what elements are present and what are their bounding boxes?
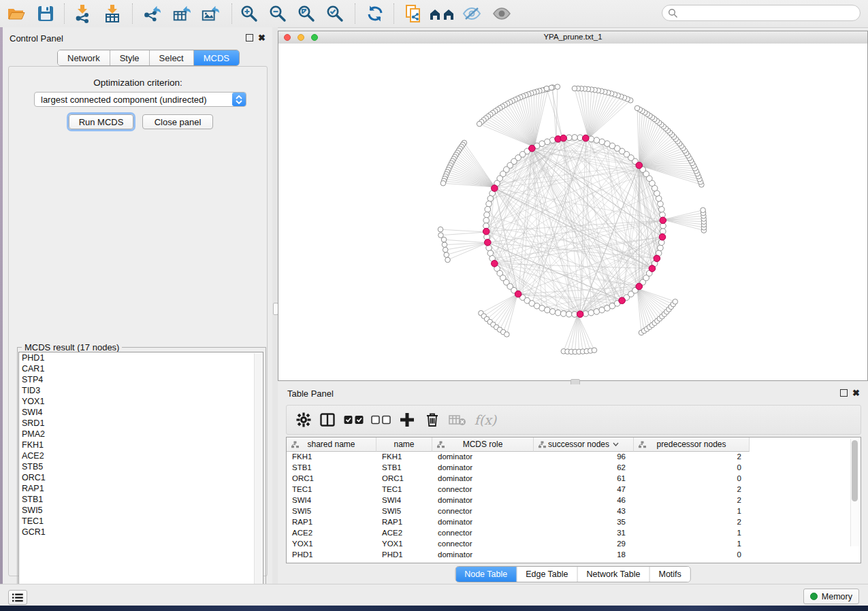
tab-network-table[interactable]: Network Table	[578, 567, 650, 582]
zoom-in-icon[interactable]	[239, 4, 259, 23]
table-row[interactable]: ORC1ORC1dominator610	[287, 474, 861, 484]
tab-style[interactable]: Style	[110, 50, 150, 65]
table-options-gear-icon[interactable]	[295, 409, 312, 431]
delete-table-icon[interactable]	[447, 409, 468, 431]
duplicate-network-icon[interactable]	[403, 4, 423, 23]
close-panel-icon[interactable]: ✖	[258, 34, 266, 42]
zoom-fit-icon[interactable]	[296, 4, 317, 23]
zoom-out-icon[interactable]	[268, 4, 288, 23]
result-item[interactable]: STB1	[19, 494, 263, 505]
tab-network[interactable]: Network	[58, 50, 110, 65]
node-table: shared namenameMCDS rolesuccessor nodesp…	[286, 437, 861, 563]
result-item[interactable]: ACE2	[19, 450, 263, 461]
network-graph[interactable]	[278, 44, 867, 380]
result-item[interactable]: SRD1	[19, 418, 263, 429]
scrollbar-thumb[interactable]	[852, 440, 858, 501]
mcds-tab-content: Optimization criterion: largest connecte…	[8, 66, 268, 576]
column-header-predecessor-nodes[interactable]: predecessor nodes	[634, 437, 750, 452]
refresh-layout-icon[interactable]	[365, 4, 385, 23]
network-canvas[interactable]	[278, 44, 867, 380]
table-scrollbar[interactable]	[850, 439, 859, 546]
column-header-successor-nodes[interactable]: successor nodes	[534, 437, 634, 452]
zoom-selected-icon[interactable]	[325, 4, 345, 23]
result-item[interactable]: PMA2	[19, 429, 263, 440]
column-header-shared-name[interactable]: shared name	[287, 437, 376, 452]
tab-mcds[interactable]: MCDS	[194, 50, 239, 65]
vertical-splitter[interactable]	[272, 27, 278, 584]
cell: connector	[432, 539, 534, 550]
network-titlebar[interactable]: YPA_prune.txt_1	[278, 31, 867, 44]
memory-button[interactable]: Memory	[803, 589, 859, 604]
cell: 0	[634, 550, 750, 561]
result-item[interactable]: SWI5	[19, 505, 263, 516]
show-all-icon[interactable]	[492, 4, 512, 23]
result-item[interactable]: TID3	[19, 385, 263, 396]
table-panel: Table Panel ✖	[278, 384, 868, 584]
column-browser-icon[interactable]	[318, 409, 337, 431]
table-row[interactable]: RAP1RAP1dominator352	[287, 517, 861, 528]
tab-edge-table[interactable]: Edge Table	[517, 567, 577, 582]
result-list-scrollbar[interactable]	[254, 353, 262, 592]
column-header-name[interactable]: name	[376, 437, 432, 452]
table-row[interactable]: PHD1PHD1dominator180	[287, 550, 861, 561]
criterion-dropdown[interactable]: largest connected component (undirected)	[34, 92, 246, 107]
float-panel-icon[interactable]	[840, 389, 848, 397]
result-item[interactable]: YOX1	[19, 396, 263, 407]
export-network-icon[interactable]	[142, 4, 162, 23]
tab-motifs[interactable]: Motifs	[649, 567, 690, 582]
function-builder-icon[interactable]: f(x)	[472, 409, 499, 431]
close-panel-icon[interactable]: ✖	[852, 389, 860, 397]
hide-selected-icon[interactable]	[462, 4, 482, 23]
table-header-row: shared namenameMCDS rolesuccessor nodesp…	[287, 437, 750, 452]
cell: dominator	[432, 550, 534, 561]
deselect-all-checks-icon[interactable]	[370, 409, 393, 431]
tab-node-table[interactable]: Node Table	[455, 567, 517, 582]
column-header-MCDS-role[interactable]: MCDS role	[432, 437, 534, 452]
cell: PHD1	[287, 550, 376, 561]
result-item[interactable]: STB5	[19, 461, 263, 472]
cell: 1	[634, 506, 750, 517]
run-mcds-button[interactable]: Run MCDS	[69, 114, 133, 129]
table-row[interactable]: SWI4SWI4dominator462	[287, 495, 861, 506]
tab-select[interactable]: Select	[150, 50, 194, 65]
cell: 1	[634, 528, 750, 539]
delete-column-trash-icon[interactable]	[423, 409, 442, 431]
open-file-icon[interactable]	[5, 4, 26, 23]
table-row[interactable]: STB1STB1dominator620	[287, 463, 861, 474]
list-icon	[12, 593, 23, 602]
search-box[interactable]	[662, 5, 861, 21]
table-row[interactable]: FKH1FKH1dominator962	[287, 452, 861, 463]
search-input[interactable]	[681, 7, 860, 18]
import-table-icon[interactable]	[102, 4, 123, 23]
result-item[interactable]: ORC1	[19, 472, 263, 483]
cell: dominator	[432, 517, 534, 528]
select-all-checks-icon[interactable]	[342, 409, 366, 431]
export-image-icon[interactable]	[200, 4, 221, 23]
export-table-icon[interactable]	[172, 4, 192, 23]
mcds-result-list[interactable]: PHD1CAR1STP4TID3YOX1SWI4SRD1PMA2FKH1ACE2…	[18, 352, 263, 593]
result-item[interactable]: SWI4	[19, 407, 263, 418]
table-row[interactable]: TEC1TEC1connector472	[287, 484, 861, 495]
status-bar: Memory	[0, 584, 868, 606]
first-neighbors-icon[interactable]	[429, 4, 456, 23]
table-row[interactable]: ACE2ACE2connector311	[287, 528, 861, 539]
import-network-icon[interactable]	[72, 4, 93, 23]
result-item[interactable]: STP4	[19, 374, 263, 385]
toolbar-separator	[355, 3, 355, 24]
result-item[interactable]: TEC1	[19, 516, 263, 527]
result-item[interactable]: FKH1	[19, 440, 263, 450]
cell: dominator	[432, 474, 534, 484]
result-item[interactable]: GCR1	[19, 527, 263, 538]
show-panels-button[interactable]	[8, 590, 27, 605]
add-column-icon[interactable]	[397, 409, 417, 431]
table-row[interactable]: SWI5SWI5connector431	[287, 506, 861, 517]
cell: RAP1	[287, 517, 376, 528]
table-row[interactable]: YOX1YOX1connector291	[287, 539, 861, 550]
result-item[interactable]: PHD1	[19, 352, 263, 363]
float-panel-icon[interactable]	[246, 34, 253, 42]
result-item[interactable]: RAP1	[19, 483, 263, 494]
close-panel-button[interactable]: Close panel	[142, 114, 213, 129]
result-item[interactable]: CAR1	[19, 363, 263, 374]
save-session-icon[interactable]	[35, 4, 56, 23]
cell: PHD1	[376, 550, 432, 561]
